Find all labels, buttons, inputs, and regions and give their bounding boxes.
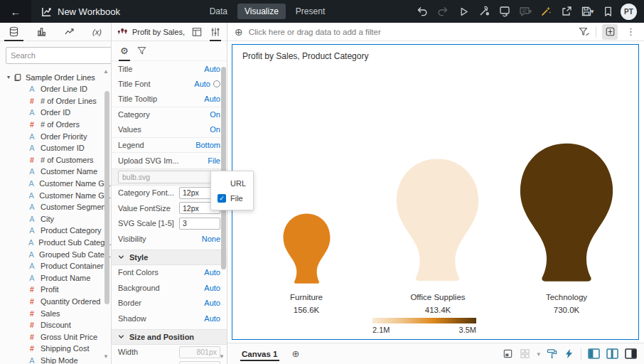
field-row[interactable]: AProduct Name xyxy=(0,272,111,284)
auto-insights-wand-icon[interactable] xyxy=(538,4,554,19)
width-input[interactable] xyxy=(179,346,220,358)
dataset-node[interactable]: ▾ Sample Order Lines xyxy=(0,71,111,83)
tree-caret-icon[interactable]: ▾ xyxy=(7,74,10,80)
prop-value-link[interactable]: Auto xyxy=(204,284,220,292)
prop-value-link[interactable]: Auto xyxy=(204,95,220,103)
chevron-down-icon[interactable]: ▾ xyxy=(537,350,540,358)
menu-item-file[interactable]: ✓ File xyxy=(211,191,253,205)
preview-play-icon[interactable] xyxy=(456,4,471,19)
field-row[interactable]: AGrouped Sub Cate... xyxy=(0,248,111,260)
toggle-center-panel-icon[interactable] xyxy=(606,348,618,359)
field-row[interactable]: AShip Mode xyxy=(0,355,111,364)
toggle-right-panel-icon[interactable] xyxy=(625,348,637,359)
section-style[interactable]: Style xyxy=(112,250,227,265)
add-canvas-icon[interactable]: ⊕ xyxy=(292,348,300,359)
field-row[interactable]: AProduct Category xyxy=(0,225,111,237)
prop-value-link[interactable]: Auto xyxy=(194,80,220,88)
chevron-down-icon[interactable]: ▾ xyxy=(591,8,594,15)
field-row[interactable]: AProduct Sub Categ... xyxy=(0,237,111,249)
text-field-icon: A xyxy=(28,226,36,235)
font-spinner-icon xyxy=(213,80,220,87)
field-row[interactable]: #Shipping Cost xyxy=(0,343,111,355)
comments-icon[interactable]: ▾ xyxy=(517,4,533,19)
tools-icon[interactable] xyxy=(476,4,492,19)
field-row[interactable]: #Discount xyxy=(0,319,111,331)
field-row[interactable]: AOrder ID xyxy=(0,107,111,119)
field-row[interactable]: AOrder Line ID xyxy=(0,83,111,95)
filter-bar[interactable]: ⊕ Click here or drag data to add a filte… xyxy=(227,23,644,41)
field-row[interactable]: ACustomer ID xyxy=(0,142,111,154)
undo-icon[interactable] xyxy=(414,4,430,19)
tab-visualize[interactable]: Visualize xyxy=(237,4,286,19)
scroll-down-icon[interactable]: ▼ xyxy=(219,353,225,360)
field-row[interactable]: ## of Customers xyxy=(0,154,111,166)
canvas-tab[interactable]: Canvas 1 xyxy=(240,345,279,363)
chevron-down-icon[interactable]: ▾ xyxy=(529,8,532,15)
tab-data[interactable]: Data xyxy=(203,4,235,19)
prop-value-link[interactable]: File xyxy=(208,156,220,165)
field-row[interactable]: AProduct Container xyxy=(0,260,111,272)
search-input[interactable] xyxy=(6,47,112,64)
filter-properties-tab[interactable] xyxy=(137,41,146,61)
svg-scale-input[interactable] xyxy=(179,218,220,230)
back-arrow-icon[interactable]: ← xyxy=(0,0,31,23)
paint-roller-icon[interactable] xyxy=(547,348,557,359)
prop-value-link[interactable]: Auto xyxy=(204,65,220,73)
field-row[interactable]: ACity xyxy=(0,213,111,225)
canvas-layout-button[interactable] xyxy=(602,24,618,40)
properties-scrollbar-thumb[interactable] xyxy=(221,67,226,269)
bulb-office-supplies[interactable] xyxy=(391,156,484,288)
bulb-furniture[interactable] xyxy=(280,212,333,288)
field-row[interactable]: ACustomer Name xyxy=(0,166,111,178)
filter-options-icon[interactable] xyxy=(579,26,590,38)
field-row[interactable]: #Gross Unit Price xyxy=(0,331,111,343)
grid-view-icon[interactable] xyxy=(520,348,530,359)
field-row[interactable]: #Profit xyxy=(0,284,111,296)
field-row[interactable]: ACustomer Name G... xyxy=(0,178,111,190)
field-row[interactable]: ## of Orders xyxy=(0,119,111,131)
refresh-data-icon[interactable] xyxy=(497,4,512,19)
tab-calculations[interactable]: (x) xyxy=(83,23,111,41)
grammar-panel-icon[interactable] xyxy=(190,23,204,41)
settings-panel-icon[interactable] xyxy=(208,23,222,41)
height-input[interactable] xyxy=(179,361,220,364)
tab-analytics[interactable] xyxy=(55,23,83,41)
field-row[interactable]: AOrder Priority xyxy=(0,130,111,142)
menu-item-url[interactable]: URL xyxy=(211,176,253,191)
scroll-down-icon[interactable]: ▼ xyxy=(103,353,109,360)
prop-value-link[interactable]: Auto xyxy=(204,314,220,323)
bulb-technology[interactable] xyxy=(514,142,619,288)
lightning-bolt-icon[interactable] xyxy=(564,348,574,359)
prop-value-link[interactable]: None xyxy=(202,235,220,243)
scrollbar-thumb[interactable] xyxy=(104,91,109,304)
prop-value-link[interactable]: Auto xyxy=(204,299,220,307)
add-filter-icon[interactable]: ⊕ xyxy=(235,27,243,37)
field-row[interactable]: ## of Order Lines xyxy=(0,95,111,107)
save-icon[interactable]: ▾ xyxy=(579,4,595,19)
export-icon[interactable] xyxy=(559,4,574,19)
bookmark-icon[interactable] xyxy=(600,4,616,19)
toggle-left-panel-icon[interactable] xyxy=(588,348,600,359)
sidebar-scrollbar[interactable] xyxy=(104,67,109,354)
bulb-visualization[interactable]: Profit by Sales, Product Category Furnit… xyxy=(232,44,639,340)
svg-file-input[interactable] xyxy=(118,171,220,183)
tab-visualizations[interactable] xyxy=(28,23,55,41)
field-row[interactable]: ACustomer Name G... xyxy=(0,189,111,201)
tab-data-elements[interactable] xyxy=(0,23,28,41)
section-size-position[interactable]: Size and Position xyxy=(112,329,227,345)
prop-value-link[interactable]: On xyxy=(210,125,220,134)
redo-icon[interactable] xyxy=(435,4,451,19)
general-properties-tab[interactable]: ⚙ xyxy=(120,41,129,61)
filter-hint[interactable]: Click here or drag data to add a filter xyxy=(249,28,381,36)
duplicate-canvas-icon[interactable] xyxy=(503,348,513,359)
field-row[interactable]: #Quantity Ordered xyxy=(0,296,111,308)
tab-present[interactable]: Present xyxy=(289,4,332,19)
kebab-menu-icon[interactable]: ⋮ xyxy=(623,26,638,37)
prop-value-link[interactable]: Auto xyxy=(204,268,220,277)
canvas[interactable]: Profit by Sales, Product Category Furnit… xyxy=(227,41,644,343)
avatar[interactable]: PT xyxy=(621,4,637,20)
prop-value-link[interactable]: On xyxy=(210,110,220,119)
field-row[interactable]: ACustomer Segment xyxy=(0,201,111,213)
field-row[interactable]: #Sales xyxy=(0,307,111,319)
prop-value-link[interactable]: Bottom xyxy=(195,141,220,149)
